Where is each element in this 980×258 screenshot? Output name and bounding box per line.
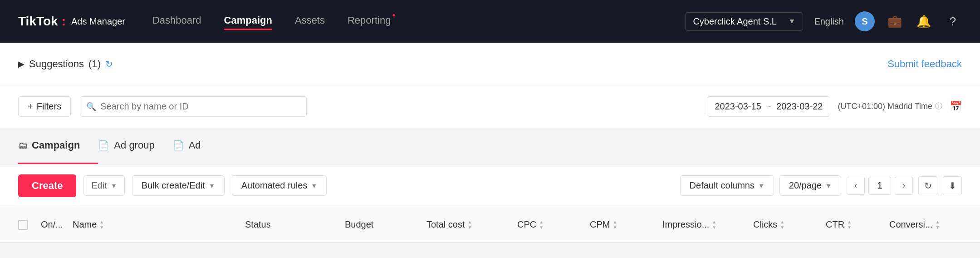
plus-icon: + xyxy=(28,101,33,112)
campaign-tab-icon: 🗂 xyxy=(18,140,27,151)
status-header-label: Status xyxy=(245,219,271,229)
conversions-header-label: Conversi... xyxy=(889,219,933,230)
clicks-col-header[interactable]: Clicks ▲ ▼ xyxy=(753,219,826,230)
clicks-sort-icon: ▲ ▼ xyxy=(780,220,784,230)
toolbar-right: Default columns ▼ 20/page ▼ ‹ 1 › ↻ ⬇ xyxy=(680,175,962,196)
filters-label: Filters xyxy=(37,101,61,112)
timezone-label: (UTC+01:00) Madrid Time ⓘ xyxy=(838,102,942,111)
name-header-label: Name xyxy=(73,219,97,230)
avatar-letter: S xyxy=(862,16,867,27)
date-range-picker[interactable]: 2023-03-15 ~ 2023-03-22 xyxy=(707,96,830,117)
filters-button[interactable]: + Filters xyxy=(18,96,71,117)
columns-label: Default columns xyxy=(690,180,755,191)
nav-link-campaign[interactable]: Campaign xyxy=(224,15,272,28)
tab-campaign[interactable]: 🗂 Campaign xyxy=(18,128,98,164)
export-button[interactable]: ⬇ xyxy=(943,176,962,195)
suggestions-toggle[interactable]: ▶ xyxy=(18,59,24,69)
tab-ad-label: Ad xyxy=(189,139,201,151)
nav-link-reporting[interactable]: Reporting xyxy=(348,15,391,28)
search-icon: 🔍 xyxy=(86,102,96,112)
tabs-row: 🗂 Campaign 📄 Ad group 📄 Ad xyxy=(0,128,980,164)
logo-tiktok-text: TikTok xyxy=(18,14,58,29)
cpm-header-label: CPM xyxy=(590,219,610,230)
ad-group-tab-icon: 📄 xyxy=(98,140,109,151)
bulk-label: Bulk create/Edit xyxy=(142,180,205,191)
navbar: TikTok:Ads Manager Dashboard Campaign As… xyxy=(0,0,980,43)
per-page-label: 20/page xyxy=(789,180,822,191)
ctr-sort-icon: ▲ ▼ xyxy=(847,220,852,230)
bulk-create-edit-button[interactable]: Bulk create/Edit ▼ xyxy=(132,175,225,196)
logo-colon: : xyxy=(62,14,66,29)
suggestions-left: ▶ Suggestions (1) ↻ xyxy=(18,58,887,70)
prev-page-button[interactable]: ‹ xyxy=(847,177,865,195)
help-icon[interactable]: ? xyxy=(944,12,962,30)
auto-rules-chevron-icon: ▼ xyxy=(311,182,317,189)
page-number: 1 xyxy=(868,177,891,195)
budget-col-header: Budget xyxy=(345,219,426,230)
impressions-sort-icon: ▲ ▼ xyxy=(712,220,716,230)
name-col-header[interactable]: Name ▲ ▼ xyxy=(73,219,245,230)
suggestions-count: (1) xyxy=(88,58,101,70)
per-page-selector[interactable]: 20/page ▼ xyxy=(779,175,841,196)
on-off-header: On/... xyxy=(41,219,63,229)
impressions-col-header[interactable]: Impressio... ▲ ▼ xyxy=(662,219,753,230)
account-selector[interactable]: Cyberclick Agent S.L ▼ xyxy=(685,12,803,31)
edit-button[interactable]: Edit ▼ xyxy=(83,175,124,196)
date-separator: ~ xyxy=(767,103,771,111)
automated-rules-button[interactable]: Automated rules ▼ xyxy=(232,175,327,196)
create-button[interactable]: Create xyxy=(18,174,76,197)
suggestions-bar: ▶ Suggestions (1) ↻ Submit feedback xyxy=(0,43,980,85)
avatar[interactable]: S xyxy=(855,11,875,31)
name-sort-icon: ▲ ▼ xyxy=(99,220,104,230)
date-end: 2023-03-22 xyxy=(776,101,823,112)
tab-ad-group[interactable]: 📄 Ad group xyxy=(98,128,172,164)
cpm-col-header[interactable]: CPM ▲ ▼ xyxy=(590,219,662,230)
columns-chevron-icon: ▼ xyxy=(758,182,764,189)
logo-ads-manager-text: Ads Manager xyxy=(71,16,125,27)
per-page-chevron-icon: ▼ xyxy=(825,182,832,189)
clicks-header-label: Clicks xyxy=(753,219,777,230)
columns-selector[interactable]: Default columns ▼ xyxy=(680,175,774,196)
language-selector[interactable]: English xyxy=(814,16,844,27)
navbar-right: Cyberclick Agent S.L ▼ English S 💼 🔔 ? xyxy=(685,11,962,31)
conversions-col-header[interactable]: Conversi... ▲ ▼ xyxy=(889,219,962,230)
bulk-chevron-icon: ▼ xyxy=(209,182,215,189)
next-page-button[interactable]: › xyxy=(895,177,913,195)
impressions-header-label: Impressio... xyxy=(662,219,709,230)
toolbar-row: Create Edit ▼ Bulk create/Edit ▼ Automat… xyxy=(0,164,980,207)
tab-ad-group-label: Ad group xyxy=(114,139,154,151)
bell-icon[interactable]: 🔔 xyxy=(915,12,933,30)
select-all-checkbox[interactable] xyxy=(18,220,28,230)
ad-tab-icon: 📄 xyxy=(173,140,184,151)
refresh-table-button[interactable]: ↻ xyxy=(918,176,937,195)
nav-link-dashboard[interactable]: Dashboard xyxy=(152,15,201,28)
total-cost-col-header[interactable]: Total cost ▲ ▼ xyxy=(426,219,517,230)
status-col-header: Status xyxy=(245,219,345,230)
search-input[interactable] xyxy=(80,96,307,117)
calendar-icon[interactable]: 📅 xyxy=(950,101,962,113)
nav-link-assets[interactable]: Assets xyxy=(295,15,325,28)
filters-right: 2023-03-15 ~ 2023-03-22 (UTC+01:00) Madr… xyxy=(707,96,962,117)
chevron-down-icon: ▼ xyxy=(789,17,796,25)
info-icon: ⓘ xyxy=(935,102,942,111)
edit-chevron-icon: ▼ xyxy=(111,182,117,189)
pagination-controls: ‹ 1 › xyxy=(847,177,913,195)
tab-campaign-label: Campaign xyxy=(32,139,80,151)
cpm-sort-icon: ▲ ▼ xyxy=(612,220,617,230)
refresh-icon[interactable]: ↻ xyxy=(105,59,113,69)
cpc-col-header[interactable]: CPC ▲ ▼ xyxy=(517,219,590,230)
submit-feedback-link[interactable]: Submit feedback xyxy=(887,58,962,70)
cpc-sort-icon: ▲ ▼ xyxy=(539,220,544,230)
auto-rules-label: Automated rules xyxy=(241,180,308,191)
account-name: Cyberclick Agent S.L xyxy=(693,16,777,27)
ctr-header-label: CTR xyxy=(826,219,844,230)
ctr-col-header[interactable]: CTR ▲ ▼ xyxy=(826,219,889,230)
search-wrapper: 🔍 xyxy=(80,96,307,117)
briefcase-icon[interactable]: 💼 xyxy=(886,12,904,30)
total-cost-sort-icon: ▲ ▼ xyxy=(467,220,472,230)
tab-ad[interactable]: 📄 Ad xyxy=(173,128,219,164)
logo[interactable]: TikTok:Ads Manager xyxy=(18,14,125,29)
conversions-sort-icon: ▲ ▼ xyxy=(936,220,940,230)
select-all-checkbox-col xyxy=(18,220,41,230)
cpc-header-label: CPC xyxy=(517,219,536,230)
